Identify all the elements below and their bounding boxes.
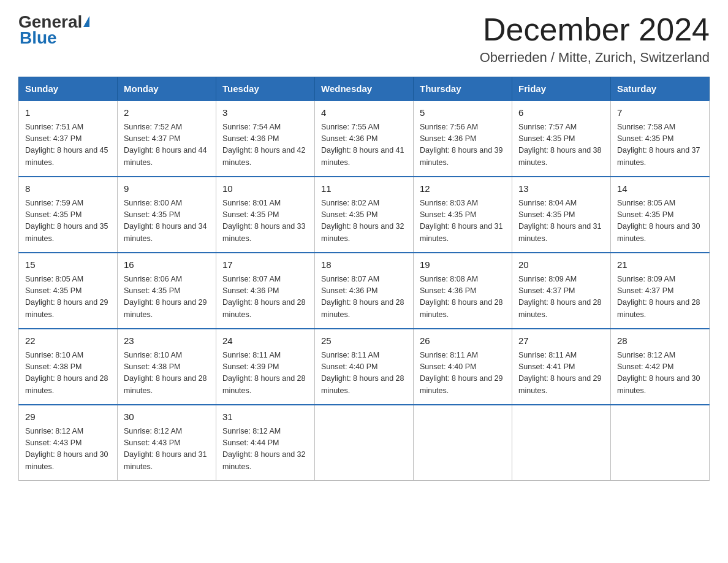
day-number: 7 [617,106,703,120]
day-info: Sunrise: 8:10 AMSunset: 4:38 PMDaylight:… [124,350,210,397]
day-number: 10 [222,182,308,196]
page-title: December 2024 [480,12,710,47]
calendar-cell: 20Sunrise: 8:09 AMSunset: 4:37 PMDayligh… [512,253,611,329]
calendar-day-header-friday: Friday [512,77,611,101]
day-number: 30 [124,410,210,424]
calendar-table: SundayMondayTuesdayWednesdayThursdayFrid… [18,77,710,481]
calendar-header-row: SundayMondayTuesdayWednesdayThursdayFrid… [19,77,710,101]
day-info: Sunrise: 8:12 AMSunset: 4:42 PMDaylight:… [617,350,703,397]
day-number: 20 [518,258,604,272]
day-number: 5 [420,106,506,120]
day-number: 1 [25,106,111,120]
calendar-cell: 10Sunrise: 8:01 AMSunset: 4:35 PMDayligh… [216,177,315,253]
day-info: Sunrise: 8:11 AMSunset: 4:40 PMDaylight:… [420,350,506,397]
day-number: 3 [222,106,308,120]
calendar-day-header-thursday: Thursday [414,77,512,101]
day-number: 25 [321,334,407,348]
day-info: Sunrise: 8:11 AMSunset: 4:41 PMDaylight:… [518,350,604,397]
day-info: Sunrise: 8:11 AMSunset: 4:40 PMDaylight:… [321,350,407,397]
calendar-cell: 5Sunrise: 7:56 AMSunset: 4:36 PMDaylight… [414,101,512,177]
day-number: 9 [124,182,210,196]
day-number: 17 [222,258,308,272]
calendar-week-row: 22Sunrise: 8:10 AMSunset: 4:38 PMDayligh… [19,329,710,405]
calendar-cell: 3Sunrise: 7:54 AMSunset: 4:36 PMDaylight… [216,101,315,177]
logo-triangle-icon [83,16,89,27]
day-info: Sunrise: 8:12 AMSunset: 4:43 PMDaylight:… [25,426,111,473]
day-number: 15 [25,258,111,272]
day-info: Sunrise: 8:12 AMSunset: 4:43 PMDaylight:… [124,426,210,473]
day-number: 28 [617,334,703,348]
day-number: 26 [420,334,506,348]
calendar-day-header-sunday: Sunday [19,77,118,101]
day-number: 12 [420,182,506,196]
calendar-cell: 15Sunrise: 8:05 AMSunset: 4:35 PMDayligh… [19,253,118,329]
calendar-cell: 24Sunrise: 8:11 AMSunset: 4:39 PMDayligh… [216,329,315,405]
calendar-day-header-saturday: Saturday [611,77,710,101]
day-info: Sunrise: 7:56 AMSunset: 4:36 PMDaylight:… [420,121,506,169]
calendar-cell: 16Sunrise: 8:06 AMSunset: 4:35 PMDayligh… [118,253,216,329]
calendar-cell: 30Sunrise: 8:12 AMSunset: 4:43 PMDayligh… [118,405,216,481]
day-number: 16 [124,258,210,272]
calendar-cell: 8Sunrise: 7:59 AMSunset: 4:35 PMDaylight… [19,177,118,253]
calendar-day-header-tuesday: Tuesday [216,77,315,101]
day-number: 6 [518,106,604,120]
day-info: Sunrise: 7:51 AMSunset: 4:37 PMDaylight:… [25,121,111,169]
day-info: Sunrise: 8:07 AMSunset: 4:36 PMDaylight:… [321,274,407,321]
logo-blue-text: Blue [20,28,57,48]
day-info: Sunrise: 7:57 AMSunset: 4:35 PMDaylight:… [518,121,604,169]
day-number: 2 [124,106,210,120]
day-info: Sunrise: 8:12 AMSunset: 4:44 PMDaylight:… [222,426,308,473]
calendar-cell: 1Sunrise: 7:51 AMSunset: 4:37 PMDaylight… [19,101,118,177]
title-area: December 2024 Oberrieden / Mitte, Zurich… [480,12,710,66]
calendar-cell: 13Sunrise: 8:04 AMSunset: 4:35 PMDayligh… [512,177,611,253]
day-number: 14 [617,182,703,196]
calendar-cell [512,405,611,481]
page-header: General Blue December 2024 Oberrieden / … [18,12,710,66]
calendar-week-row: 8Sunrise: 7:59 AMSunset: 4:35 PMDaylight… [19,177,710,253]
day-number: 18 [321,258,407,272]
calendar-cell: 21Sunrise: 8:09 AMSunset: 4:37 PMDayligh… [611,253,710,329]
day-info: Sunrise: 8:08 AMSunset: 4:36 PMDaylight:… [420,274,506,321]
calendar-cell: 29Sunrise: 8:12 AMSunset: 4:43 PMDayligh… [19,405,118,481]
day-info: Sunrise: 8:09 AMSunset: 4:37 PMDaylight:… [617,274,703,321]
calendar-day-header-monday: Monday [118,77,216,101]
calendar-cell: 26Sunrise: 8:11 AMSunset: 4:40 PMDayligh… [414,329,512,405]
calendar-cell: 6Sunrise: 7:57 AMSunset: 4:35 PMDaylight… [512,101,611,177]
day-info: Sunrise: 7:52 AMSunset: 4:37 PMDaylight:… [124,121,210,169]
day-info: Sunrise: 8:06 AMSunset: 4:35 PMDaylight:… [124,274,210,321]
day-info: Sunrise: 8:01 AMSunset: 4:35 PMDaylight:… [222,197,308,245]
calendar-cell: 4Sunrise: 7:55 AMSunset: 4:36 PMDaylight… [315,101,414,177]
day-info: Sunrise: 8:07 AMSunset: 4:36 PMDaylight:… [222,274,308,321]
calendar-cell: 23Sunrise: 8:10 AMSunset: 4:38 PMDayligh… [118,329,216,405]
calendar-cell [611,405,710,481]
calendar-cell: 28Sunrise: 8:12 AMSunset: 4:42 PMDayligh… [611,329,710,405]
day-number: 31 [222,410,308,424]
calendar-cell: 9Sunrise: 8:00 AMSunset: 4:35 PMDaylight… [118,177,216,253]
day-info: Sunrise: 8:02 AMSunset: 4:35 PMDaylight:… [321,197,407,245]
calendar-cell: 27Sunrise: 8:11 AMSunset: 4:41 PMDayligh… [512,329,611,405]
calendar-cell: 7Sunrise: 7:58 AMSunset: 4:35 PMDaylight… [611,101,710,177]
day-number: 13 [518,182,604,196]
day-info: Sunrise: 8:04 AMSunset: 4:35 PMDaylight:… [518,197,604,245]
day-info: Sunrise: 8:10 AMSunset: 4:38 PMDaylight:… [25,350,111,397]
day-number: 21 [617,258,703,272]
day-info: Sunrise: 7:59 AMSunset: 4:35 PMDaylight:… [25,197,111,245]
calendar-cell: 2Sunrise: 7:52 AMSunset: 4:37 PMDaylight… [118,101,216,177]
day-info: Sunrise: 8:09 AMSunset: 4:37 PMDaylight:… [518,274,604,321]
day-number: 23 [124,334,210,348]
calendar-cell: 12Sunrise: 8:03 AMSunset: 4:35 PMDayligh… [414,177,512,253]
day-info: Sunrise: 8:03 AMSunset: 4:35 PMDaylight:… [420,197,506,245]
day-info: Sunrise: 7:58 AMSunset: 4:35 PMDaylight:… [617,121,703,169]
day-number: 8 [25,182,111,196]
calendar-day-header-wednesday: Wednesday [315,77,414,101]
day-number: 24 [222,334,308,348]
day-number: 19 [420,258,506,272]
calendar-cell [315,405,414,481]
day-number: 29 [25,410,111,424]
day-info: Sunrise: 8:11 AMSunset: 4:39 PMDaylight:… [222,350,308,397]
calendar-cell: 18Sunrise: 8:07 AMSunset: 4:36 PMDayligh… [315,253,414,329]
calendar-cell: 19Sunrise: 8:08 AMSunset: 4:36 PMDayligh… [414,253,512,329]
day-info: Sunrise: 8:05 AMSunset: 4:35 PMDaylight:… [617,197,703,245]
day-info: Sunrise: 7:54 AMSunset: 4:36 PMDaylight:… [222,121,308,169]
day-number: 4 [321,106,407,120]
